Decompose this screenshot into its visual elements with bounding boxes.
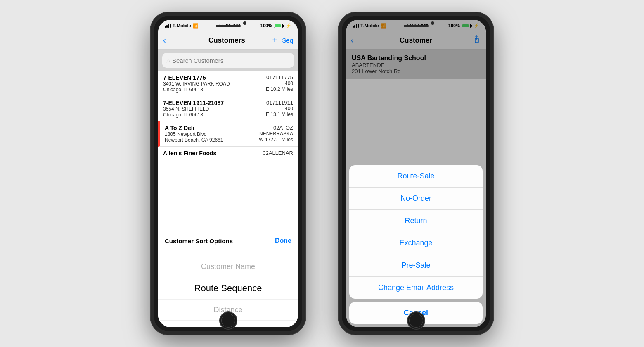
charging-icon: ⚡ [286,23,291,29]
search-container: ⌕ [158,50,298,71]
customer-distance-2: W 1727.1 Miles [259,137,293,143]
action-route-sale[interactable]: Route-Sale [349,165,483,188]
front-camera-right [431,21,434,25]
search-bar[interactable]: ⌕ [162,53,294,68]
carrier-name: T-Mobile [173,23,191,28]
customer-meta-2: 02ATOZ NENEBRASKA W 1727.1 Miles [259,125,293,143]
sort-title: Customer Sort Options [165,238,233,245]
seq-button[interactable]: Seq [282,37,293,44]
home-button-left[interactable] [219,311,237,330]
battery-percentage: 100% [260,23,272,28]
nav-right-buttons: + Seq [272,36,293,45]
done-button[interactable]: Done [275,237,291,245]
search-icon: ⌕ [166,57,170,64]
left-screen: T-Mobile 📶 11:06 AM 100% ⚡ [158,20,298,327]
customer-route-2: 02ATOZ [259,125,293,131]
sort-option-route-sequence[interactable]: Route Sequence [158,277,298,300]
customer-item-2[interactable]: A To Z Deli 1805 Newport Blvd Newport Be… [158,121,298,147]
customer-item-0[interactable]: 7-ELEVEN 1775- 3401 W. IRVING PARK ROAD … [158,71,298,96]
action-exchange[interactable]: Exchange [349,232,483,254]
speaker-grille-right [404,25,429,27]
customer-seq-1: 400 [266,106,293,112]
customer-meta-0: 017111775 400 E 10.2 Miles [266,74,293,92]
home-button-right[interactable] [407,311,425,330]
customer-route-3: 02ALLENAR [263,150,293,156]
action-pre-sale[interactable]: Pre-Sale [349,254,483,277]
customer-distance-0: E 10.2 Miles [266,86,293,92]
sort-header: Customer Sort Options Done [158,232,298,250]
customer-item-3[interactable]: Allen's Finer Foods 02ALLENAR [158,147,298,160]
customer-item-1[interactable]: 7-ELEVEN 1911-21087 3554 N. SHEFFIELD Ch… [158,96,298,121]
customer-meta-1: 017111911 400 E 13.1 Miles [266,100,293,117]
customer-distance-1: E 13.1 Miles [266,112,293,117]
customer-route-0: 017111775 [266,74,293,81]
customer-meta-3: 02ALLENAR [263,150,293,156]
action-return[interactable]: Return [349,210,483,232]
back-chevron-icon: ‹ [163,36,166,45]
customer-seq-0: 400 [266,81,293,86]
action-sheet-overlay: Route-Sale No-Order Return Exchange Pre-… [346,20,486,327]
carrier-info: T-Mobile 📶 [165,23,199,29]
action-sheet-group: Route-Sale No-Order Return Exchange Pre-… [349,165,483,299]
nav-title-left: Customers [181,36,272,45]
search-input[interactable] [172,57,290,64]
nav-bar-left: ‹ Customers + Seq [158,31,298,50]
left-phone: T-Mobile 📶 11:06 AM 100% ⚡ [151,12,305,335]
customer-list: 7-ELEVEN 1775- 3401 W. IRVING PARK ROAD … [158,71,298,327]
add-button-left[interactable]: + [272,36,277,45]
front-camera [243,21,246,25]
signal-icon [165,24,171,28]
action-no-order[interactable]: No-Order [349,188,483,210]
customer-route-1: 017111911 [266,100,293,106]
sort-option-customer-name[interactable]: Customer Name [158,257,298,277]
right-screen: T-Mobile 📶 11:02 AM 100% ⚡ [346,20,486,327]
battery-icon [274,24,284,28]
wifi-icon: 📶 [193,23,199,29]
customer-region-2: NENEBRASKA [259,131,293,137]
right-phone: T-Mobile 📶 11:02 AM 100% ⚡ [339,12,493,335]
action-change-email[interactable]: Change Email Address [349,277,483,299]
back-button-left[interactable]: ‹ [163,36,181,45]
speaker-grille [216,25,241,27]
battery-area: 100% ⚡ [260,23,291,29]
